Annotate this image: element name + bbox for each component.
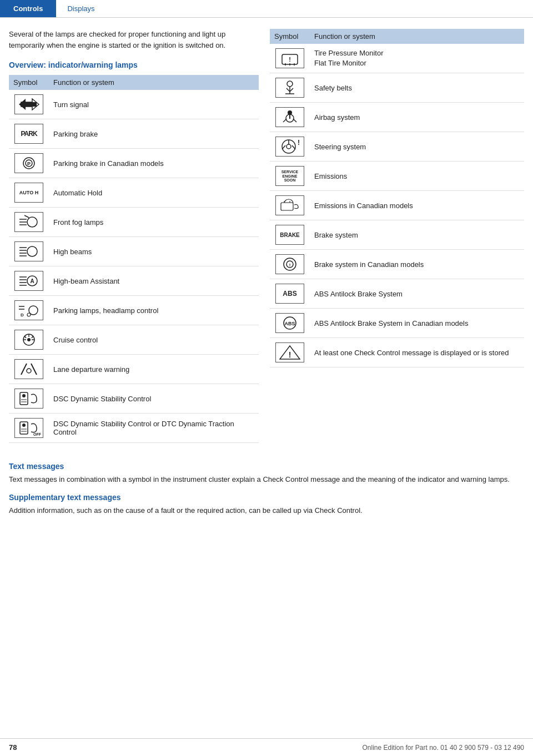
symbol-cell — [9, 384, 49, 414]
function-label: Parking lamps, headlamp control — [49, 296, 259, 325]
svg-text:P: P — [27, 161, 31, 167]
svg-point-5 — [27, 217, 37, 227]
svg-text:OFF: OFF — [33, 432, 41, 436]
svg-point-59 — [286, 144, 291, 149]
steering-icon: ! — [275, 137, 304, 157]
symbol-cell — [9, 237, 49, 266]
function-label: Turn signal — [49, 90, 259, 119]
function-label: DSC Dynamic Stability Control — [49, 384, 259, 414]
function-label: At least one Check Control message is di… — [310, 338, 524, 367]
symbol-cell — [9, 355, 49, 384]
supplementary-body: Addition information, such as on the cau… — [9, 505, 524, 516]
right-column: Symbol Function or system ! — [270, 29, 524, 443]
lane-departure-icon — [14, 359, 43, 379]
tab-controls[interactable]: Controls — [0, 0, 56, 17]
function-label: Steering system — [310, 132, 524, 162]
safety-belts-icon — [275, 78, 304, 98]
svg-point-27 — [27, 338, 31, 341]
front-fog-icon — [14, 212, 43, 232]
svg-line-33 — [21, 364, 27, 375]
main-content: Several of the lamps are checked for pro… — [0, 18, 533, 454]
table-row: ! Tire Pressure MonitorFlat Tire Monitor — [270, 44, 524, 73]
function-label: Parking brake in Canadian models — [49, 149, 259, 178]
table-row: P Parking brake in Canadian models — [9, 149, 259, 178]
table-row: High beams — [9, 237, 259, 266]
function-label: Lane departure warning — [49, 355, 259, 384]
table-row: A High-beam Assistant — [9, 266, 259, 296]
dsc-icon — [14, 389, 43, 409]
svg-point-37 — [22, 394, 26, 397]
table-row: Turn signal — [9, 90, 259, 119]
symbol-cell — [270, 103, 310, 132]
svg-point-10 — [27, 246, 37, 256]
table-row: SERVICE ENGINE SOON Emissions — [270, 162, 524, 191]
check-control-icon: ! — [275, 342, 304, 362]
table-row: ABS ABS Antilock Brake System in Canadia… — [270, 309, 524, 338]
high-beam-assistant-icon: A — [14, 271, 43, 291]
parking-brake-canada-icon: P — [14, 153, 43, 173]
table-row: AUTO H Automatic Hold — [9, 178, 259, 208]
table-row: ! Steering system — [270, 132, 524, 162]
svg-point-25 — [27, 313, 31, 316]
symbol-cell: ! — [270, 132, 310, 162]
svg-line-30 — [24, 336, 26, 338]
svg-line-61 — [282, 145, 285, 149]
table-row: OFF DSC Dynamic Stability Control or DTC… — [9, 414, 259, 443]
function-label: Front fog lamps — [49, 208, 259, 237]
left-indicator-table: Symbol Function or system — [9, 75, 259, 443]
parking-brake-icon: PARK — [14, 124, 43, 144]
symbol-cell: SERVICE ENGINE SOON — [270, 162, 310, 191]
table-row: Front fog lamps — [9, 208, 259, 237]
table-row: ABS ABS Antilock Brake System — [270, 279, 524, 309]
emissions-canada-icon — [275, 195, 304, 215]
brake-system-icon: BRAKE — [275, 225, 304, 245]
left-col-symbol-header: Symbol — [9, 75, 49, 90]
symbol-cell: A — [9, 266, 49, 296]
table-row: ! Brake system in Canadian models — [270, 250, 524, 279]
function-label: High beams — [49, 237, 259, 266]
svg-point-41 — [22, 424, 26, 427]
svg-rect-64 — [281, 203, 293, 210]
symbol-cell: ABS — [270, 309, 310, 338]
symbol-cell: D — [9, 296, 49, 325]
symbol-cell — [9, 208, 49, 237]
parking-lamps-icon: D — [14, 300, 43, 320]
svg-line-57 — [293, 119, 296, 122]
right-col-symbol-header: Symbol — [270, 29, 310, 44]
svg-point-35 — [27, 369, 31, 373]
function-label: Safety belts — [310, 73, 524, 103]
right-col-function-header: Function or system — [310, 29, 524, 44]
svg-line-62 — [292, 145, 295, 149]
table-row: Lane departure warning — [9, 355, 259, 384]
auto-hold-icon: AUTO H — [14, 183, 43, 203]
table-row: Emissions in Canadian models — [270, 191, 524, 220]
high-beams-icon — [14, 241, 43, 261]
table-row: Safety belts — [270, 73, 524, 103]
function-label: Cruise control — [49, 325, 259, 355]
left-col-function-header: Function or system — [49, 75, 259, 90]
function-label: ABS Antilock Brake System in Canadian mo… — [310, 309, 524, 338]
function-label: DSC Dynamic Stability Control or DTC Dyn… — [49, 414, 259, 443]
function-label: Emissions — [310, 162, 524, 191]
symbol-cell — [9, 325, 49, 355]
page-number: 78 — [9, 743, 17, 752]
function-label: Brake system — [310, 220, 524, 250]
symbol-cell: ! — [270, 44, 310, 73]
svg-text:D: D — [21, 313, 24, 317]
abs-icon: ABS — [275, 284, 304, 304]
header-tabs: Controls Displays — [0, 0, 533, 18]
function-label: Emissions in Canadian models — [310, 191, 524, 220]
table-row: DSC Dynamic Stability Control — [9, 384, 259, 414]
symbol-cell: ABS — [270, 279, 310, 309]
svg-text:A: A — [30, 278, 34, 284]
cruise-control-icon — [14, 330, 43, 350]
svg-text:!: ! — [289, 56, 291, 63]
tab-displays[interactable]: Displays — [56, 0, 105, 17]
left-section-title: Overview: indicator/warning lamps — [9, 61, 259, 69]
symbol-cell: PARK — [9, 119, 49, 149]
turn-signal-icon — [14, 94, 43, 114]
footer: 78 Online Edition for Part no. 01 40 2 9… — [0, 738, 533, 756]
function-label: Automatic Hold — [49, 178, 259, 208]
brake-canada-icon: ! — [275, 254, 304, 274]
svg-line-9 — [24, 215, 29, 218]
